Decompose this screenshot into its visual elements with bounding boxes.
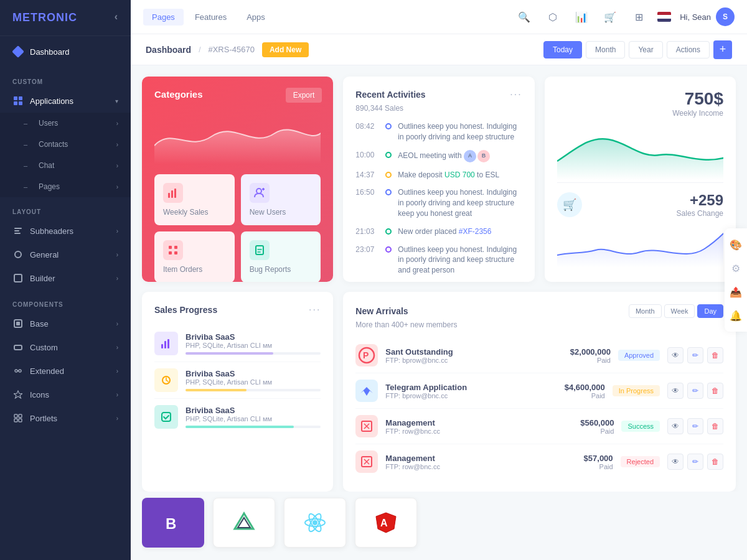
svg-rect-20 (168, 193, 170, 198)
right-icon-alert[interactable]: 🔔 (725, 304, 747, 327)
search-icon-btn[interactable]: 🔍 (514, 7, 534, 27)
sidebar-item-chat[interactable]: – Chat › (0, 155, 131, 176)
progress-desc-1: PHP, SQLite, Artisan CLI мм (186, 378, 321, 386)
general-label: General (30, 250, 59, 259)
custom-comp-label: Custom (30, 343, 58, 352)
right-icon-palette[interactable]: 🎨 (725, 233, 747, 256)
timeline-item-2: 14:37 Make deposit USD 700 to ESL (355, 170, 522, 180)
framework-items: B A (142, 492, 736, 554)
tab-apps[interactable]: Apps (238, 9, 274, 26)
activities-subtitle: 890,344 Sales (355, 104, 522, 113)
sidebar-item-portlets[interactable]: Portlets › (0, 406, 131, 430)
actions-btn[interactable]: Actions (667, 41, 710, 58)
add-new-button[interactable]: Add New (262, 42, 309, 57)
page-title: Dashboard (146, 45, 191, 55)
right-icon-share[interactable]: 📤 (725, 281, 747, 303)
cart-icon-btn[interactable]: 🛒 (600, 7, 620, 27)
svg-rect-22 (174, 189, 176, 198)
add-icon-button[interactable]: + (713, 40, 732, 59)
sidebar-item-contacts[interactable]: – Contacts › (0, 134, 131, 155)
framework-react[interactable] (284, 498, 346, 548)
sidebar-item-base[interactable]: Base › (0, 312, 131, 335)
user-menu[interactable]: Hi, Sean S (680, 7, 735, 26)
arr-view-btn-2[interactable]: 👁 (667, 418, 684, 434)
svg-text:A: A (380, 518, 388, 528)
framework-angular[interactable]: A (355, 498, 417, 548)
chart-icon-btn[interactable]: 📊 (571, 7, 591, 27)
arr-delete-btn-3[interactable]: 🗑 (707, 454, 723, 470)
arr-edit-btn-3[interactable]: ✏ (687, 454, 703, 470)
arr-delete-btn-0[interactable]: 🗑 (707, 347, 723, 363)
sidebar: METRONIC ‹ Dashboard CUSTOM Applications… (0, 0, 131, 560)
bug-reports-label: Bug Reports (250, 265, 291, 274)
sales-progress-menu[interactable]: ··· (309, 304, 321, 315)
arr-view-btn-3[interactable]: 👁 (667, 454, 684, 470)
period-today-btn[interactable]: Today (543, 41, 582, 58)
new-arrivals-card: New Arrivals Month Week Day More than 40… (343, 292, 736, 492)
right-icon-settings[interactable]: ⚙ (725, 257, 747, 279)
framework-bootstrap[interactable]: B (142, 498, 204, 548)
sidebar-item-pages[interactable]: – Pages › (0, 176, 131, 197)
breadcrumb-id: #XRS-45670 (208, 45, 254, 54)
arrivals-week-btn[interactable]: Week (664, 304, 695, 318)
pages-label: Pages (39, 182, 60, 191)
sidebar-item-applications[interactable]: Applications ▾ (0, 89, 131, 113)
base-label: Base (30, 319, 49, 329)
mini-cards-grid: Weekly Sales New Users Item Orders (154, 174, 321, 282)
arrivals-day-btn[interactable]: Day (697, 304, 723, 318)
export-button[interactable]: Export (286, 88, 322, 103)
income-amount: 750$ (557, 89, 723, 109)
activities-menu[interactable]: ··· (510, 89, 522, 100)
svg-rect-32 (164, 341, 166, 348)
sidebar-item-dashboard[interactable]: Dashboard (0, 36, 131, 67)
sidebar-item-subheaders[interactable]: Subheaders › (0, 219, 131, 243)
arr-logo-0: P (355, 344, 378, 366)
applications-label: Applications (30, 96, 73, 106)
sidebar-item-icons[interactable]: Icons › (0, 383, 131, 406)
user-avatar[interactable]: S (716, 7, 735, 26)
arr-view-btn-1[interactable]: 👁 (667, 383, 684, 399)
arr-view-btn-0[interactable]: 👁 (667, 347, 684, 363)
arr-name-2: Management (385, 418, 440, 427)
content-grid: Categories Export (131, 65, 747, 492)
arrivals-month-btn[interactable]: Month (629, 304, 662, 318)
top-navigation: Pages Features Apps 🔍 ⬡ 📊 🛒 ⊞ Hi, Sean S (131, 0, 747, 34)
arr-badge-2: Success (621, 421, 660, 432)
sidebar-collapse-btn[interactable]: ‹ (115, 11, 118, 22)
arr-name-0: Sant Outstanding (385, 347, 453, 357)
svg-rect-11 (14, 345, 22, 350)
arr-edit-btn-1[interactable]: ✏ (687, 383, 703, 399)
icons-label: Icons (30, 390, 49, 399)
framework-vue[interactable] (213, 498, 275, 548)
arr-edit-btn-2[interactable]: ✏ (687, 418, 703, 434)
sidebar-item-custom[interactable]: Custom › (0, 335, 131, 359)
arr-edit-btn-0[interactable]: ✏ (687, 347, 703, 363)
period-month-btn[interactable]: Month (586, 41, 625, 58)
svg-marker-15 (14, 391, 22, 398)
hex-icon-btn[interactable]: ⬡ (543, 7, 563, 27)
arr-delete-btn-2[interactable]: 🗑 (707, 418, 723, 434)
sidebar-section-custom: CUSTOM (0, 67, 131, 89)
period-year-btn[interactable]: Year (629, 41, 662, 58)
tab-pages[interactable]: Pages (143, 9, 184, 26)
timeline-item-4: 21:03 New order placed #XF-2356 (355, 226, 522, 237)
income-card: 750$ Weekly Income (545, 77, 736, 282)
new-users-icon (250, 183, 270, 203)
language-flag[interactable] (657, 12, 671, 22)
main-content: Pages Features Apps 🔍 ⬡ 📊 🛒 ⊞ Hi, Sean S… (131, 0, 747, 560)
progress-desc-0: PHP, SQLite, Artisan CLI мм (186, 342, 321, 349)
grid-icon-btn[interactable]: ⊞ (629, 7, 649, 27)
sidebar-item-general[interactable]: General › (0, 243, 131, 266)
mini-card-weekly-sales: Weekly Sales (154, 174, 235, 225)
progress-bar-1 (186, 389, 247, 391)
arrivals-header: New Arrivals Month Week Day (355, 304, 723, 318)
builder-label: Builder (30, 274, 55, 283)
svg-point-23 (256, 189, 261, 194)
sidebar-item-builder[interactable]: Builder › (0, 266, 131, 290)
sidebar-item-extended[interactable]: Extended › (0, 359, 131, 383)
sidebar-item-users[interactable]: – Users › (0, 113, 131, 134)
progress-bar-0 (186, 352, 273, 355)
tab-features[interactable]: Features (186, 9, 235, 26)
arr-delete-btn-1[interactable]: 🗑 (707, 383, 723, 399)
users-label: Users (39, 119, 58, 128)
